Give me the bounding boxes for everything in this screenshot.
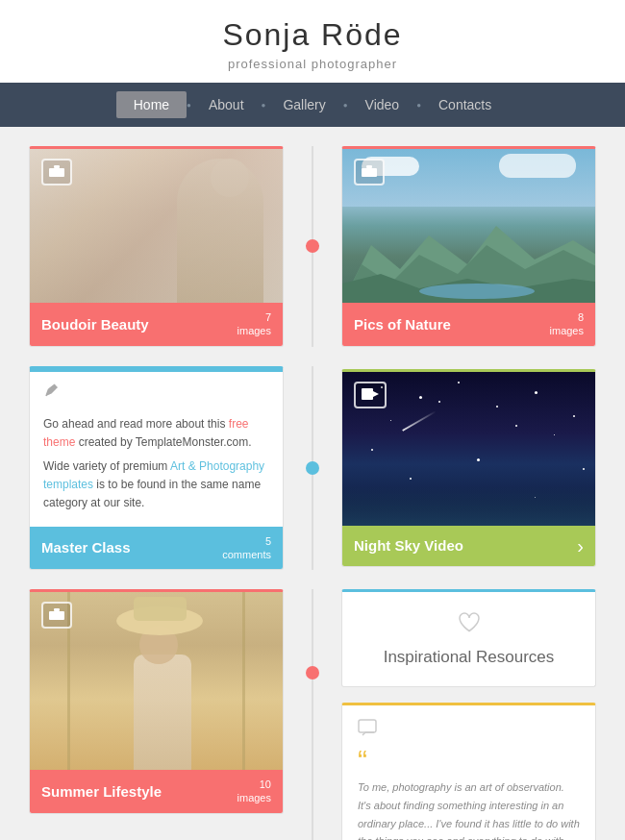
masterclass-text2: Wide variety of premium Art & Photograph… <box>43 457 269 513</box>
masterclass-footer: Master Class 5comments <box>30 527 283 570</box>
card-inspirational[interactable]: Inspirational Resources <box>341 589 596 687</box>
main-nav: Home ● About ● Gallery ● Video ● Contact… <box>0 83 625 127</box>
nature-count: 8images <box>550 310 584 338</box>
dot-row1 <box>306 239 319 253</box>
nightsky-video-icon <box>354 382 387 408</box>
nav-contacts[interactable]: Contacts <box>421 97 509 112</box>
boudoir-camera-icon <box>41 159 72 185</box>
col-left-1: Boudoir Beauty 7images <box>29 146 298 347</box>
nav-home[interactable]: Home <box>116 91 187 118</box>
masterclass-title: Master Class <box>41 539 131 556</box>
site-subtitle: professional photographer <box>0 57 625 71</box>
masterclass-text: Go ahead and read more about this free t… <box>43 415 269 452</box>
col-right-3: Inspirational Resources “ To me, photogr… <box>327 589 596 840</box>
col-left-2: Go ahead and read more about this free t… <box>29 366 298 571</box>
masterclass-icon-wrap <box>30 369 283 404</box>
summer-camera-icon <box>41 602 72 629</box>
boudoir-footer: Boudoir Beauty 7images <box>30 303 283 346</box>
nature-camera-icon <box>354 159 385 185</box>
row-3: Summer Lifestyle 10images Inspirational … <box>29 589 596 840</box>
nav-video[interactable]: Video <box>348 97 417 112</box>
nightsky-arrow-btn[interactable]: › <box>577 533 584 558</box>
nav-about[interactable]: About <box>191 97 262 112</box>
row-2: Go ahead and read more about this free t… <box>29 366 596 571</box>
masterclass-count: 5comments <box>222 534 271 562</box>
nature-footer: Pics of Nature 8images <box>342 303 595 346</box>
center-1 <box>298 239 327 253</box>
card-boudoir[interactable]: Boudoir Beauty 7images <box>29 146 284 347</box>
boudoir-count: 7images <box>238 310 271 338</box>
inspire-icon <box>358 611 580 638</box>
svg-point-6 <box>419 284 535 299</box>
svg-marker-13 <box>373 391 379 397</box>
nav-gallery[interactable]: Gallery <box>265 97 342 112</box>
inspire-title: Inspirational Resources <box>358 648 580 667</box>
col-right-2: Night Sky Video › <box>327 369 596 567</box>
card-masterclass[interactable]: Go ahead and read more about this free t… <box>29 366 284 571</box>
nightsky-footer: Night Sky Video › <box>342 526 595 566</box>
card-summer[interactable]: Summer Lifestyle 10images <box>29 589 284 814</box>
svg-rect-9 <box>366 165 372 168</box>
svg-rect-16 <box>54 608 60 611</box>
card-quote: “ To me, photography is an art of observ… <box>341 703 596 840</box>
card-nightsky[interactable]: Night Sky Video › <box>341 369 596 567</box>
quote-chat-icon <box>358 719 580 740</box>
summer-count: 10images <box>238 778 271 805</box>
center-2 <box>298 461 327 475</box>
col-left-3: Summer Lifestyle 10images <box>29 589 298 814</box>
summer-title: Summer Lifestyle <box>41 783 162 800</box>
quote-mark: “ <box>358 746 580 775</box>
center-line-3 <box>312 589 313 840</box>
nightsky-title: Night Sky Video <box>354 537 463 554</box>
row-1: Boudoir Beauty 7images <box>29 146 596 347</box>
boudoir-title: Boudoir Beauty <box>41 316 149 333</box>
svg-rect-17 <box>359 720 376 732</box>
col-right-1: Pics of Nature 8images <box>327 146 596 347</box>
summer-footer: Summer Lifestyle 10images <box>30 770 283 813</box>
card-nature[interactable]: Pics of Nature 8images <box>341 146 596 347</box>
site-title: Sonja Röde <box>0 17 625 53</box>
dot-row2 <box>306 461 319 475</box>
nature-title: Pics of Nature <box>354 316 451 333</box>
masterclass-body: Go ahead and read more about this free t… <box>30 404 283 527</box>
svg-rect-2 <box>54 165 60 168</box>
dot-row3 <box>306 666 319 679</box>
svg-rect-12 <box>362 388 373 400</box>
main-content: Boudoir Beauty 7images <box>0 127 625 840</box>
site-header: Sonja Röde professional photographer <box>0 0 625 83</box>
quote-text: To me, photography is an art of observat… <box>358 778 580 840</box>
